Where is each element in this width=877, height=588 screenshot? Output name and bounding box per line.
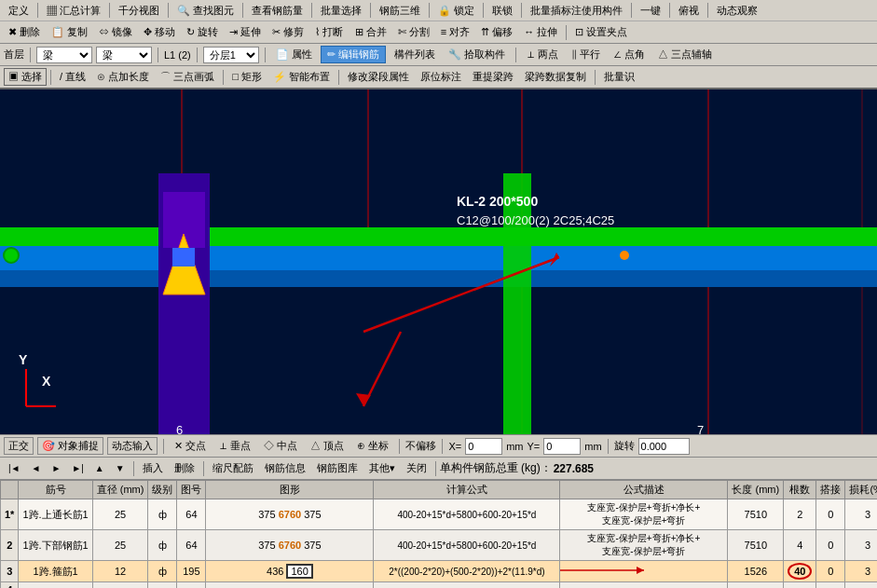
coord-x-input[interactable] (465, 438, 502, 455)
tool-smart[interactable]: ⚡ 智能布置 (268, 68, 335, 86)
tb-find[interactable]: 🔍 查找图元 (172, 2, 239, 20)
toolbar-area-1: 定义 ▦ 汇总计算 千分视图 🔍 查找图元 查看钢筋量 批量选择 钢筋三维 🔒 … (0, 0, 877, 44)
formula-1: 400-20+15*d+5800+600-20+15*d (374, 499, 560, 530)
tb-3d-rebar[interactable]: 钢筋三维 (375, 2, 425, 20)
btn-other[interactable]: 其他▾ (364, 459, 400, 477)
tb-trim[interactable]: ✂ 修剪 (267, 23, 308, 41)
nav-last[interactable]: ►| (67, 461, 89, 475)
tool-select[interactable]: ▣ 选择 (4, 68, 47, 86)
tb-batch-label[interactable]: 批量插标注使用构件 (526, 2, 627, 20)
tool-inplace-label[interactable]: 原位标注 (416, 68, 466, 86)
coord-x-label: X= (448, 441, 461, 452)
snap-mid[interactable]: ◇ 中点 (259, 437, 302, 455)
toolbar-row-2: ✖ 删除 📋 复制 ⇔ 镜像 ✥ 移动 ↻ 旋转 ⇥ 延伸 ✂ 修剪 ⌇ 打断 … (0, 21, 877, 43)
shape-1: 375 6760 375 (206, 499, 374, 530)
tb-pointangle[interactable]: ∠ 点角 (609, 46, 650, 63)
tb-copy[interactable]: 📋 复制 (47, 23, 92, 41)
sep-t1 (50, 70, 51, 85)
sep2 (109, 3, 110, 18)
loss-4 (845, 582, 877, 589)
col-count: 根数 (784, 481, 816, 499)
tb-parallel[interactable]: ∥ 平行 (567, 46, 605, 63)
canvas[interactable]: KL-2 200*500 C12@100/200(2) 2C25;4C25 Y … (0, 89, 877, 434)
layer-element-select[interactable]: 梁 (96, 47, 152, 63)
floor-select[interactable]: 分层1 (203, 47, 259, 63)
snap-cross[interactable]: ✕ 交点 (170, 437, 211, 455)
tb-merge[interactable]: ⊞ 合并 (350, 23, 391, 41)
tool-copy-span[interactable]: 梁跨数据复制 (520, 68, 591, 86)
tool-rect[interactable]: □ 矩形 (227, 68, 267, 86)
snap-vert[interactable]: △ 顶点 (306, 437, 349, 455)
loss-2: 3 (845, 530, 877, 561)
diameter-2[interactable]: 25 (92, 530, 148, 561)
tb-onekey[interactable]: 一键 (636, 2, 665, 20)
tool-arc[interactable]: ⌒ 三点画弧 (156, 68, 219, 86)
tb-break[interactable]: ⌇ 打断 (310, 23, 348, 41)
nav-up[interactable]: ▲ (90, 461, 109, 475)
tb-dynamic[interactable]: 动态观察 (712, 2, 762, 20)
tb-rebar-qty[interactable]: 查看钢筋量 (247, 2, 308, 20)
col-loss: 损耗(%) (845, 481, 877, 499)
capture-toggle[interactable]: 🎯 对象捕捉 (37, 437, 103, 455)
tb-topview[interactable]: 俯视 (674, 2, 704, 20)
nav-prev[interactable]: ◄ (27, 461, 46, 475)
nav-next[interactable]: ► (47, 461, 65, 475)
tool-batch-id[interactable]: 批量识 (599, 68, 639, 86)
tb-align[interactable]: ≡ 对齐 (436, 23, 474, 41)
tb-move[interactable]: ✥ 移动 (139, 23, 180, 41)
coord-y-input[interactable] (543, 438, 581, 455)
col-rebar-name: 筋号 (19, 481, 92, 499)
diameter-1[interactable]: 25 (92, 499, 148, 530)
coord-y-label: Y= (527, 441, 540, 452)
tb-mirror[interactable]: ⇔ 镜像 (94, 23, 137, 41)
tb-twopoint[interactable]: ⊥ 两点 (522, 46, 563, 63)
tb-edit-rebar[interactable]: ✏ 编辑钢筋 (321, 46, 386, 63)
tb-calc[interactable]: ▦ 汇总计算 (42, 2, 105, 20)
btn-rebar-lib[interactable]: 钢筋图库 (312, 459, 363, 477)
tool-modify-beam[interactable]: 修改梁段属性 (343, 68, 414, 86)
btn-insert[interactable]: 插入 (138, 459, 168, 477)
diameter-4[interactable] (92, 582, 148, 589)
tb-offset[interactable]: ⇈ 偏移 (476, 23, 517, 41)
btn-close[interactable]: 关闭 (402, 459, 432, 477)
sep-s3 (442, 439, 443, 454)
unit-y-label: mm (584, 441, 601, 452)
tb-split[interactable]: ✄ 分割 (393, 23, 434, 41)
tb-property[interactable]: 📄 属性 (271, 46, 317, 63)
tb-stretch[interactable]: ↔ 拉伸 (519, 23, 562, 41)
btn-rebar-info[interactable]: 钢筋信息 (260, 459, 310, 477)
tb-define[interactable]: 定义 (4, 2, 34, 20)
mode-orthogonal[interactable]: 正交 (4, 437, 34, 455)
tb-chain-lock[interactable]: 联锁 (487, 2, 517, 20)
nav-down[interactable]: ▼ (111, 461, 130, 475)
tb-rotate[interactable]: ↻ 旋转 (182, 23, 223, 41)
btn-scale-rebar[interactable]: 缩尺配筋 (208, 459, 258, 477)
layer-type-select[interactable]: 梁 (36, 47, 92, 63)
tool-point-len[interactable]: ⊙ 点加长度 (92, 68, 154, 86)
dynamic-input-toggle[interactable]: 动态输入 (107, 437, 158, 455)
rotate-input[interactable] (638, 438, 690, 455)
tool-reget-span[interactable]: 重提梁跨 (468, 68, 518, 86)
row-index-2: 2 (1, 530, 19, 561)
sep-s2 (399, 439, 400, 454)
tb-delete[interactable]: ✖ 删除 (4, 23, 45, 41)
svg-point-16 (620, 251, 629, 260)
tb-extend[interactable]: ⇥ 延伸 (225, 23, 266, 41)
nav-first[interactable]: |◄ (4, 461, 25, 475)
snap-coord[interactable]: ⊕ 坐标 (352, 437, 393, 455)
tb-element-list[interactable]: 構件列表 (390, 46, 440, 63)
snap-perp[interactable]: ⊥ 垂点 (214, 437, 255, 455)
sep3 (168, 3, 169, 18)
tb-view[interactable]: 千分视图 (114, 2, 164, 20)
btn-delete[interactable]: 删除 (170, 459, 199, 477)
col-formula: 计算公式 (374, 481, 560, 499)
diameter-3[interactable]: 12 (92, 561, 148, 582)
tb-setpoint[interactable]: ⊡ 设置夹点 (570, 23, 632, 41)
tb-batch-select[interactable]: 批量选择 (316, 2, 366, 20)
tb-pick-element[interactable]: 🔧 拾取构件 (444, 46, 510, 63)
tool-line[interactable]: / 直线 (55, 68, 90, 86)
tb-lock[interactable]: 🔒 锁定 (433, 2, 479, 20)
tb-threepoint-axis[interactable]: △ 三点辅轴 (653, 46, 717, 63)
sep-l2 (158, 48, 158, 62)
svg-marker-29 (637, 567, 644, 574)
